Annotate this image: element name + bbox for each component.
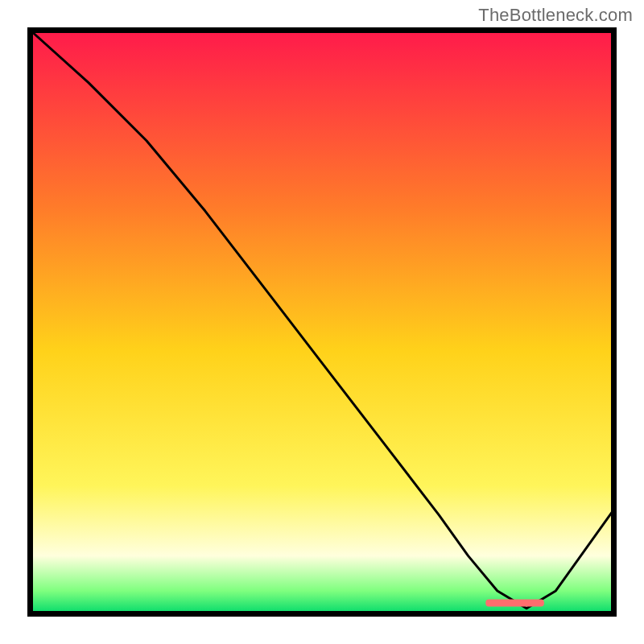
gradient-background [30,30,614,614]
chart-stage: TheBottleneck.com [0,0,644,644]
bottleneck-plot [27,27,617,617]
watermark-text: TheBottleneck.com [478,5,633,26]
plot-svg [27,27,617,617]
optimal-range-bar [485,599,544,606]
